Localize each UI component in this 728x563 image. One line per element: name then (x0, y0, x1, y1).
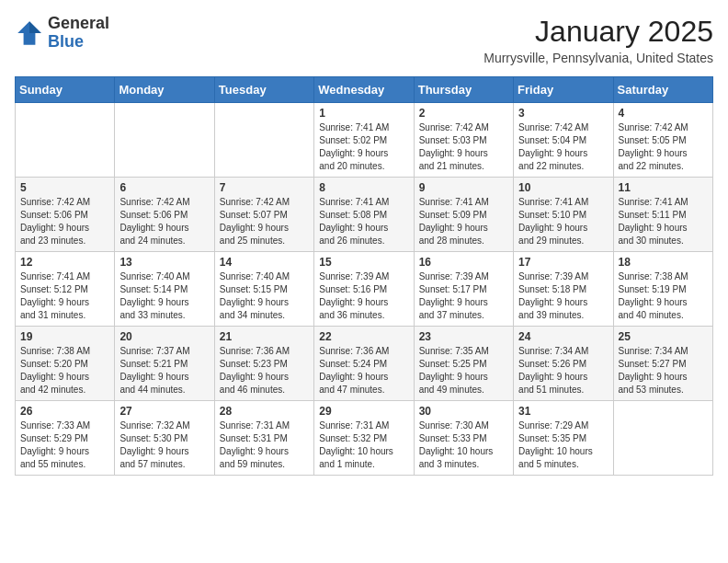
calendar-cell (214, 103, 313, 178)
day-info: Sunrise: 7:35 AM Sunset: 5:25 PM Dayligh… (419, 345, 508, 396)
day-info: Sunrise: 7:41 AM Sunset: 5:12 PM Dayligh… (20, 270, 109, 322)
calendar-week-row: 12Sunrise: 7:41 AM Sunset: 5:12 PM Dayli… (16, 252, 713, 327)
logo-text: General Blue (48, 15, 109, 52)
day-number: 25 (619, 330, 708, 343)
day-number: 11 (619, 181, 708, 194)
day-number: 3 (518, 107, 608, 120)
day-number: 5 (20, 181, 109, 194)
day-number: 15 (319, 256, 408, 269)
day-info: Sunrise: 7:41 AM Sunset: 5:10 PM Dayligh… (518, 196, 608, 247)
day-number: 7 (220, 181, 309, 194)
calendar-cell: 11Sunrise: 7:41 AM Sunset: 5:11 PM Dayli… (613, 178, 712, 252)
day-number: 30 (419, 405, 508, 418)
calendar-cell: 6Sunrise: 7:42 AM Sunset: 5:06 PM Daylig… (115, 178, 214, 252)
day-info: Sunrise: 7:41 AM Sunset: 5:02 PM Dayligh… (319, 121, 408, 173)
day-info: Sunrise: 7:42 AM Sunset: 5:07 PM Dayligh… (220, 196, 309, 247)
calendar-cell: 24Sunrise: 7:34 AM Sunset: 5:26 PM Dayli… (514, 327, 613, 401)
calendar-cell: 20Sunrise: 7:37 AM Sunset: 5:21 PM Dayli… (115, 327, 214, 401)
logo: General Blue (15, 15, 109, 52)
day-info: Sunrise: 7:39 AM Sunset: 5:16 PM Dayligh… (319, 270, 408, 322)
day-info: Sunrise: 7:33 AM Sunset: 5:29 PM Dayligh… (20, 419, 109, 471)
page-header: General Blue January 2025 Murrysville, P… (15, 15, 713, 65)
day-number: 10 (518, 181, 608, 194)
day-number: 20 (119, 330, 209, 343)
day-info: Sunrise: 7:32 AM Sunset: 5:30 PM Dayligh… (119, 419, 209, 471)
calendar-cell: 1Sunrise: 7:41 AM Sunset: 5:02 PM Daylig… (314, 103, 414, 178)
day-number: 2 (419, 107, 508, 120)
day-of-week-header: Thursday (414, 77, 513, 103)
day-info: Sunrise: 7:42 AM Sunset: 5:03 PM Dayligh… (419, 121, 508, 173)
day-number: 16 (419, 256, 508, 269)
calendar-cell: 4Sunrise: 7:42 AM Sunset: 5:05 PM Daylig… (613, 103, 712, 178)
day-info: Sunrise: 7:38 AM Sunset: 5:19 PM Dayligh… (619, 270, 708, 322)
day-number: 6 (119, 181, 209, 194)
day-info: Sunrise: 7:42 AM Sunset: 5:06 PM Dayligh… (119, 196, 209, 247)
day-number: 12 (20, 256, 109, 269)
day-number: 19 (20, 330, 109, 343)
calendar-cell: 28Sunrise: 7:31 AM Sunset: 5:31 PM Dayli… (214, 401, 313, 476)
day-info: Sunrise: 7:41 AM Sunset: 5:08 PM Dayligh… (319, 196, 408, 247)
calendar-cell (16, 103, 115, 178)
calendar-cell: 17Sunrise: 7:39 AM Sunset: 5:18 PM Dayli… (514, 252, 613, 327)
day-of-week-header: Monday (115, 77, 214, 103)
logo-icon (15, 18, 44, 48)
day-number: 22 (319, 330, 408, 343)
calendar-cell: 10Sunrise: 7:41 AM Sunset: 5:10 PM Dayli… (514, 178, 613, 252)
calendar-cell: 27Sunrise: 7:32 AM Sunset: 5:30 PM Dayli… (115, 401, 214, 476)
calendar-cell: 26Sunrise: 7:33 AM Sunset: 5:29 PM Dayli… (16, 401, 115, 476)
day-info: Sunrise: 7:42 AM Sunset: 5:05 PM Dayligh… (619, 121, 708, 173)
svg-marker-1 (29, 21, 41, 33)
day-number: 24 (518, 330, 608, 343)
calendar-cell: 29Sunrise: 7:31 AM Sunset: 5:32 PM Dayli… (314, 401, 414, 476)
day-info: Sunrise: 7:34 AM Sunset: 5:26 PM Dayligh… (518, 345, 608, 396)
calendar-cell: 9Sunrise: 7:41 AM Sunset: 5:09 PM Daylig… (414, 178, 513, 252)
day-info: Sunrise: 7:39 AM Sunset: 5:17 PM Dayligh… (419, 270, 508, 322)
day-number: 31 (518, 405, 608, 418)
calendar-week-row: 26Sunrise: 7:33 AM Sunset: 5:29 PM Dayli… (16, 401, 713, 476)
day-number: 17 (518, 256, 608, 269)
location-text: Murrysville, Pennsylvania, United States (483, 51, 713, 65)
calendar-cell: 15Sunrise: 7:39 AM Sunset: 5:16 PM Dayli… (314, 252, 414, 327)
calendar-cell: 23Sunrise: 7:35 AM Sunset: 5:25 PM Dayli… (414, 327, 513, 401)
calendar-cell: 25Sunrise: 7:34 AM Sunset: 5:27 PM Dayli… (613, 327, 712, 401)
day-of-week-header: Saturday (613, 77, 712, 103)
day-of-week-header: Sunday (16, 77, 115, 103)
day-number: 13 (119, 256, 209, 269)
day-number: 27 (119, 405, 209, 418)
calendar-header-row: SundayMondayTuesdayWednesdayThursdayFrid… (16, 77, 713, 103)
calendar-cell: 22Sunrise: 7:36 AM Sunset: 5:24 PM Dayli… (314, 327, 414, 401)
day-info: Sunrise: 7:41 AM Sunset: 5:09 PM Dayligh… (419, 196, 508, 247)
logo-general-text: General (48, 14, 109, 32)
day-info: Sunrise: 7:36 AM Sunset: 5:23 PM Dayligh… (220, 345, 309, 396)
calendar-cell: 8Sunrise: 7:41 AM Sunset: 5:08 PM Daylig… (314, 178, 414, 252)
logo-blue-text: Blue (48, 32, 84, 51)
day-info: Sunrise: 7:42 AM Sunset: 5:04 PM Dayligh… (518, 121, 608, 173)
day-info: Sunrise: 7:36 AM Sunset: 5:24 PM Dayligh… (319, 345, 408, 396)
month-title: January 2025 (483, 15, 713, 49)
day-number: 1 (319, 107, 408, 120)
day-info: Sunrise: 7:38 AM Sunset: 5:20 PM Dayligh… (20, 345, 109, 396)
calendar-cell: 16Sunrise: 7:39 AM Sunset: 5:17 PM Dayli… (414, 252, 513, 327)
calendar-cell: 13Sunrise: 7:40 AM Sunset: 5:14 PM Dayli… (115, 252, 214, 327)
day-number: 4 (619, 107, 708, 120)
calendar-cell: 18Sunrise: 7:38 AM Sunset: 5:19 PM Dayli… (613, 252, 712, 327)
day-info: Sunrise: 7:39 AM Sunset: 5:18 PM Dayligh… (518, 270, 608, 322)
calendar-cell: 31Sunrise: 7:29 AM Sunset: 5:35 PM Dayli… (514, 401, 613, 476)
calendar-cell: 21Sunrise: 7:36 AM Sunset: 5:23 PM Dayli… (214, 327, 313, 401)
calendar-cell (613, 401, 712, 476)
day-number: 18 (619, 256, 708, 269)
calendar-cell: 2Sunrise: 7:42 AM Sunset: 5:03 PM Daylig… (414, 103, 513, 178)
day-number: 26 (20, 405, 109, 418)
day-number: 28 (220, 405, 309, 418)
day-info: Sunrise: 7:40 AM Sunset: 5:14 PM Dayligh… (119, 270, 209, 322)
day-info: Sunrise: 7:40 AM Sunset: 5:15 PM Dayligh… (220, 270, 309, 322)
calendar-week-row: 19Sunrise: 7:38 AM Sunset: 5:20 PM Dayli… (16, 327, 713, 401)
day-info: Sunrise: 7:42 AM Sunset: 5:06 PM Dayligh… (20, 196, 109, 247)
day-number: 21 (220, 330, 309, 343)
calendar-cell: 30Sunrise: 7:30 AM Sunset: 5:33 PM Dayli… (414, 401, 513, 476)
day-number: 14 (220, 256, 309, 269)
calendar-week-row: 1Sunrise: 7:41 AM Sunset: 5:02 PM Daylig… (16, 103, 713, 178)
calendar-cell (115, 103, 214, 178)
day-info: Sunrise: 7:29 AM Sunset: 5:35 PM Dayligh… (518, 419, 608, 471)
title-block: January 2025 Murrysville, Pennsylvania, … (483, 15, 713, 65)
